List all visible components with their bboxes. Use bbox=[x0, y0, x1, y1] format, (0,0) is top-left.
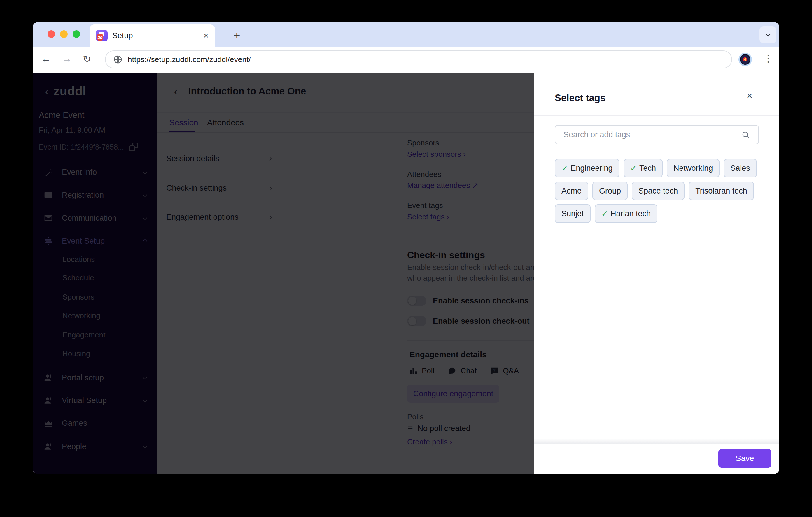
chevron-down-icon bbox=[765, 31, 771, 36]
save-button[interactable]: Save bbox=[718, 449, 772, 468]
check-icon: ✓ bbox=[602, 209, 608, 219]
search-icon bbox=[742, 130, 750, 139]
profile-avatar[interactable] bbox=[738, 53, 752, 66]
browser-window: 20 Setup × + ← → ↻ https://setup.zuddl.c… bbox=[33, 22, 779, 474]
browser-tab-strip: 20 Setup × + bbox=[33, 22, 779, 47]
tag-label: Space tech bbox=[638, 186, 678, 195]
browser-tab-setup[interactable]: 20 Setup × bbox=[90, 25, 215, 47]
tag-chip-sales[interactable]: Sales bbox=[724, 159, 757, 178]
tag-chip-engineering[interactable]: ✓Engineering bbox=[555, 159, 619, 178]
tag-chip-group[interactable]: Group bbox=[592, 182, 628, 200]
tag-chip-acme[interactable]: Acme bbox=[555, 182, 588, 200]
url-text: https://setup.zuddl.com/zuddl/event/ bbox=[128, 55, 251, 64]
tag-label: Networking bbox=[673, 164, 713, 173]
tag-chip-list: ✓Engineering✓TechNetworkingSales AcmeGro… bbox=[555, 159, 762, 223]
panel-header-divider bbox=[534, 115, 779, 116]
traffic-light-close[interactable] bbox=[48, 30, 55, 38]
check-icon: ✓ bbox=[561, 163, 568, 173]
page-viewport: ‹ zuddl Acme Event Fri, Apr 11, 9:00 AM … bbox=[33, 72, 779, 474]
close-icon[interactable]: × bbox=[747, 91, 753, 100]
tab-close-icon[interactable]: × bbox=[203, 31, 208, 40]
tag-label: Sales bbox=[730, 164, 750, 173]
tag-search-input[interactable] bbox=[555, 125, 759, 144]
check-icon: ✓ bbox=[630, 163, 637, 173]
tag-chip-sunjet[interactable]: Sunjet bbox=[555, 204, 591, 223]
back-button[interactable]: ← bbox=[41, 53, 51, 64]
tag-label: Sunjet bbox=[561, 209, 584, 218]
tag-label: Trisolaran tech bbox=[695, 186, 747, 195]
tag-label: Tech bbox=[639, 164, 656, 173]
panel-title: Select tags bbox=[555, 92, 606, 103]
tag-label: Engineering bbox=[571, 164, 612, 173]
tag-chip-space-tech[interactable]: Space tech bbox=[632, 182, 685, 200]
traffic-light-minimize[interactable] bbox=[60, 30, 68, 38]
tag-chip-networking[interactable]: Networking bbox=[667, 159, 720, 178]
tab-search-chevron-button[interactable] bbox=[759, 26, 776, 43]
address-bar[interactable]: https://setup.zuddl.com/zuddl/event/ bbox=[105, 51, 732, 68]
forward-button[interactable]: → bbox=[62, 53, 72, 64]
tag-chip-tech[interactable]: ✓Tech bbox=[624, 159, 663, 178]
tag-chip-harlan-tech[interactable]: ✓Harlan tech bbox=[595, 204, 658, 223]
tab-title: Setup bbox=[112, 31, 203, 40]
tag-label: Acme bbox=[561, 186, 582, 195]
tag-label: Group bbox=[599, 186, 621, 195]
select-tags-panel: Select tags × ✓Engineering✓TechNetworkin… bbox=[534, 72, 779, 474]
zuddl-favicon: 20 bbox=[96, 30, 108, 41]
browser-menu-icon[interactable]: ⋮ bbox=[763, 53, 773, 64]
traffic-light-zoom[interactable] bbox=[72, 30, 80, 38]
tag-row: Sunjet✓Harlan tech bbox=[555, 204, 762, 223]
tag-row: ✓Engineering✓TechNetworkingSales bbox=[555, 159, 762, 178]
browser-toolbar: ← → ↻ https://setup.zuddl.com/zuddl/even… bbox=[33, 47, 779, 72]
tag-chip-trisolaran-tech[interactable]: Trisolaran tech bbox=[689, 182, 754, 200]
panel-footer: Save bbox=[534, 444, 779, 474]
new-tab-button[interactable]: + bbox=[229, 27, 245, 44]
tag-label: Harlan tech bbox=[610, 209, 651, 218]
reload-button[interactable]: ↻ bbox=[83, 53, 91, 65]
tag-row: AcmeGroupSpace techTrisolaran tech bbox=[555, 182, 762, 200]
globe-icon bbox=[113, 55, 122, 64]
